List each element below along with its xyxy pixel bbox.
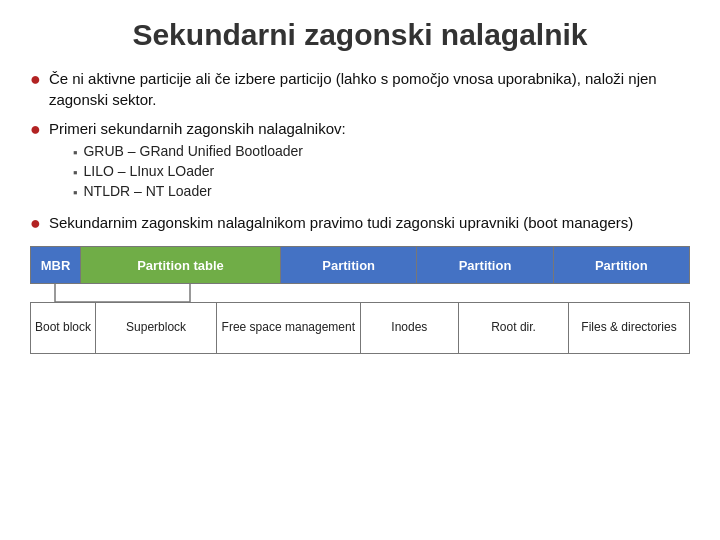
top-row: MBR Partition table Partition Partition …	[30, 246, 690, 284]
sub-bullet-2: ▪ LILO – LInux LOader	[73, 163, 346, 180]
sub-bullet-icon-2: ▪	[73, 165, 78, 180]
bottom-row: Boot block Superblock Free space managem…	[30, 302, 690, 354]
cell-partition-table: Partition table	[81, 247, 281, 283]
bullet-text-2: Primeri sekundarnih zagonskih nalagalnik…	[49, 120, 346, 137]
bullet-section: ● Če ni aktivne particije ali če izbere …	[30, 68, 690, 234]
cell-partition-1: Partition	[281, 247, 417, 283]
connector-svg	[30, 284, 690, 302]
sub-bullet-text-1: GRUB – GRand Unified Bootloader	[83, 143, 302, 159]
bullet-item-3: ● Sekundarnim zagonskim nalagalnikom pra…	[30, 212, 690, 234]
bullet-item-1: ● Če ni aktivne particije ali če izbere …	[30, 68, 690, 110]
bullet-icon-3: ●	[30, 213, 41, 234]
sub-bullet-1: ▪ GRUB – GRand Unified Bootloader	[73, 143, 346, 160]
cell-superblock: Superblock	[96, 303, 217, 353]
disk-diagram: MBR Partition table Partition Partition …	[30, 246, 690, 354]
cell-files: Files & directories	[569, 303, 689, 353]
sub-bullet-icon-1: ▪	[73, 145, 78, 160]
cell-partition-2: Partition	[417, 247, 553, 283]
bullet-text-1: Če ni aktivne particije ali če izbere pa…	[49, 68, 690, 110]
sub-bullets: ▪ GRUB – GRand Unified Bootloader ▪ LILO…	[73, 143, 346, 200]
cell-partition-3: Partition	[554, 247, 689, 283]
cell-mbr: MBR	[31, 247, 81, 283]
sub-bullet-text-3: NTLDR – NT Loader	[83, 183, 211, 199]
sub-bullet-icon-3: ▪	[73, 185, 78, 200]
cell-inodes: Inodes	[361, 303, 460, 353]
bullet-item-2: ● Primeri sekundarnih zagonskih nalagaln…	[30, 118, 690, 204]
cell-rootdir: Root dir.	[459, 303, 569, 353]
sub-bullet-3: ▪ NTLDR – NT Loader	[73, 183, 346, 200]
bullet-icon-1: ●	[30, 69, 41, 90]
bullet-icon-2: ●	[30, 119, 41, 140]
sub-bullet-text-2: LILO – LInux LOader	[83, 163, 214, 179]
page-title: Sekundarni zagonski nalagalnik	[30, 18, 690, 52]
connector	[30, 284, 690, 302]
cell-freespace: Free space management	[217, 303, 360, 353]
bullet-text-3: Sekundarnim zagonskim nalagalnikom pravi…	[49, 212, 633, 233]
cell-boot-block: Boot block	[31, 303, 96, 353]
